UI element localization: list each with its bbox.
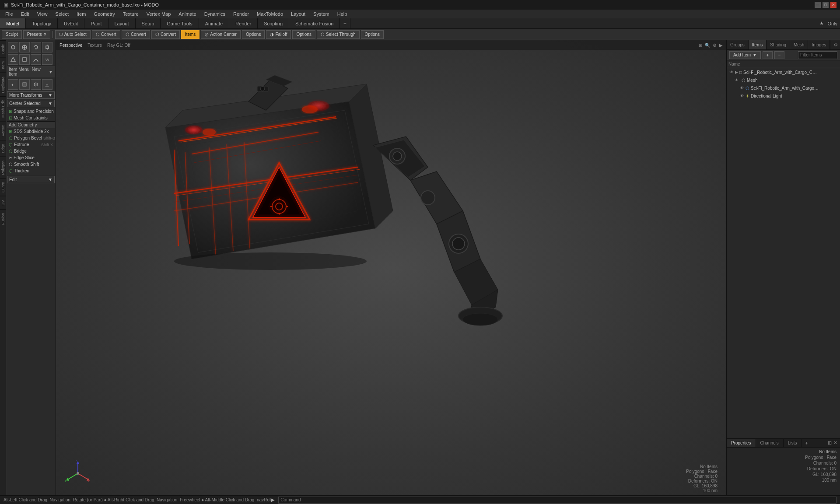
menu-select[interactable]: Select <box>52 10 72 18</box>
convert-2-button[interactable]: ⬡ Convert <box>122 30 150 39</box>
tab-items[interactable]: Items <box>749 40 766 49</box>
tab-images[interactable]: Images <box>808 40 830 49</box>
menu-item[interactable]: Item <box>73 10 89 18</box>
menu-layout[interactable]: Layout <box>287 10 309 18</box>
add-geometry-header[interactable]: Add Geometry <box>7 121 55 128</box>
tree-item-root[interactable]: 👁 ▶ □ Sci-Fi_Robotic_Arm_with_Cargo_Co .… <box>727 68 840 76</box>
tool-falloff-btn[interactable] <box>31 54 41 65</box>
menu-system[interactable]: System <box>310 10 333 18</box>
tool-extra-2[interactable] <box>19 79 30 90</box>
eye-icon-root[interactable]: 👁 <box>728 70 734 75</box>
extrude-item[interactable]: ⬡ Extrude Shift-X <box>7 141 55 148</box>
tab-lists[interactable]: Lists <box>784 439 802 447</box>
tool-workplane-btn[interactable]: W <box>42 54 52 65</box>
tree-item-light[interactable]: 👁 ☀ Directional Light <box>727 92 840 100</box>
tab-settings-icon[interactable]: ⚙ <box>830 40 840 49</box>
sds-subdivide-item[interactable]: ⊞ SDS Subdivide 2x <box>7 128 55 135</box>
vert-tab-edge[interactable]: Edge <box>0 140 6 157</box>
tree-item-mesh[interactable]: 👁 ⬡ Mesh <box>727 76 840 84</box>
close-button[interactable]: ✕ <box>830 2 836 8</box>
mesh-constraints-item[interactable]: ⊡ Mesh Constraints <box>7 115 55 121</box>
filter-items-input[interactable] <box>798 51 837 59</box>
vert-tab-curve[interactable]: Curve <box>0 178 6 196</box>
auto-select-button[interactable]: ⬡ Auto Select <box>55 30 91 39</box>
tab-model[interactable]: Model <box>0 18 26 28</box>
select-through-button[interactable]: ⬡ Select Through <box>317 30 360 39</box>
tab-topology[interactable]: Topology <box>26 18 58 28</box>
polygon-bevel-item[interactable]: ⬡ Polygon Bevel Shift-B <box>7 135 55 141</box>
tab-shading[interactable]: Shading <box>766 40 790 49</box>
title-bar-controls[interactable]: ─ □ ✕ <box>815 2 836 8</box>
vert-tab-basic[interactable]: Basic <box>0 40 6 57</box>
falloff-button[interactable]: ◑ Falloff <box>266 30 291 39</box>
center-selected-dropdown[interactable]: Center Selected ▼ <box>7 100 55 107</box>
tab-channels[interactable]: Channels <box>756 439 784 447</box>
edit-dropdown[interactable]: Edit ▼ <box>7 176 55 183</box>
viewport-icon-3[interactable]: ⚙ <box>713 43 717 48</box>
menu-geometry[interactable]: Geometry <box>90 10 118 18</box>
tab-mesh[interactable]: Mesh <box>790 40 808 49</box>
tool-extra-1[interactable]: ✦ <box>8 79 18 90</box>
convert-3-button[interactable]: ⬡ Convert <box>151 30 180 39</box>
action-center-button[interactable]: ◎ Action Center <box>201 30 241 39</box>
tab-render[interactable]: Render <box>229 18 258 28</box>
viewport-icon-4[interactable]: ▶ <box>719 43 723 48</box>
items-button[interactable]: Items <box>181 30 200 39</box>
tree-item-arm[interactable]: 👁 ⬡ Sci-Fi_Robotic_Arm_with_Cargo_Contai… <box>727 84 840 92</box>
menu-vertex-map[interactable]: Vertex Map <box>143 10 175 18</box>
options-2-button[interactable]: Options <box>292 30 315 39</box>
tool-extra-4[interactable]: △ <box>42 79 52 90</box>
panel-close-icon[interactable]: ✕ <box>833 440 837 446</box>
tab-scripting[interactable]: Scripting <box>258 18 289 28</box>
tab-add[interactable]: ＋ <box>340 18 350 28</box>
presets-button[interactable]: Presets ⚙ <box>23 30 50 39</box>
menu-file[interactable]: File <box>2 10 17 18</box>
tool-extra-3[interactable] <box>31 79 41 90</box>
options-3-button[interactable]: Options <box>361 30 384 39</box>
edge-slice-item[interactable]: ✂ Edge Slice <box>7 154 55 161</box>
minimize-button[interactable]: ─ <box>815 2 821 8</box>
eye-icon-arm[interactable]: 👁 <box>739 85 744 91</box>
vert-tab-item[interactable]: Item <box>0 57 6 73</box>
tab-setup[interactable]: Setup <box>136 18 161 28</box>
command-input[interactable] <box>278 497 836 504</box>
maximize-button[interactable]: □ <box>822 2 829 8</box>
tab-properties[interactable]: Properties <box>727 439 756 447</box>
vert-tab-fusion[interactable]: Fusion <box>0 209 6 228</box>
smooth-shift-item[interactable]: ⬡ Smooth Shift <box>7 161 55 168</box>
options-1-button[interactable]: Options <box>242 30 265 39</box>
tab-groups[interactable]: Groups <box>727 40 749 49</box>
add-item-minus[interactable]: － <box>774 51 784 59</box>
tool-scale-btn[interactable] <box>42 42 52 52</box>
convert-1-button[interactable]: ⬡ Convert <box>92 30 120 39</box>
vert-tab-mesh-edit[interactable]: Mesh Edit <box>0 96 6 121</box>
menu-animate[interactable]: Animate <box>175 10 200 18</box>
tool-element-move-btn[interactable] <box>19 54 30 65</box>
bridge-item[interactable]: ⬡ Bridge <box>7 148 55 154</box>
menu-render[interactable]: Render <box>230 10 252 18</box>
vert-tab-uv[interactable]: UV <box>0 196 6 209</box>
tab-uvedit[interactable]: UvEdit <box>58 18 84 28</box>
tool-rotate-btn[interactable] <box>31 42 41 52</box>
tab-game-tools[interactable]: Game Tools <box>161 18 199 28</box>
viewport[interactable]: Perspective Texture Ray GL: Off ⊞ 🔍 ⚙ ▶ <box>56 40 726 495</box>
vert-tab-vertex[interactable]: Vertex <box>0 121 6 140</box>
tab-animate[interactable]: Animate <box>199 18 229 28</box>
viewport-icon-2[interactable]: 🔍 <box>705 43 710 48</box>
menu-maxtomodo[interactable]: MaxToModo <box>253 10 287 18</box>
more-transforms-dropdown[interactable]: More Transforms ▼ <box>7 91 55 99</box>
vert-tab-polygon[interactable]: Polygon <box>0 157 6 178</box>
viewport-icon-1[interactable]: ⊞ <box>699 43 702 48</box>
thicken-item[interactable]: ⬡ Thicken <box>7 168 55 174</box>
menu-view[interactable]: View <box>34 10 51 18</box>
add-item-plus[interactable]: ＋ <box>763 51 773 59</box>
eye-icon-mesh[interactable]: 👁 <box>734 77 739 83</box>
menu-dynamics[interactable]: Dynamics <box>201 10 229 18</box>
menu-help[interactable]: Help <box>334 10 351 18</box>
tool-select-btn[interactable] <box>8 42 18 52</box>
tool-transform-btn[interactable] <box>8 54 18 65</box>
add-item-dropdown[interactable]: Add Item ▼ <box>729 51 761 59</box>
eye-icon-light[interactable]: 👁 <box>739 93 744 98</box>
status-arrow[interactable]: ▶ <box>271 497 275 502</box>
sculpt-button[interactable]: Sculpt <box>2 30 22 39</box>
